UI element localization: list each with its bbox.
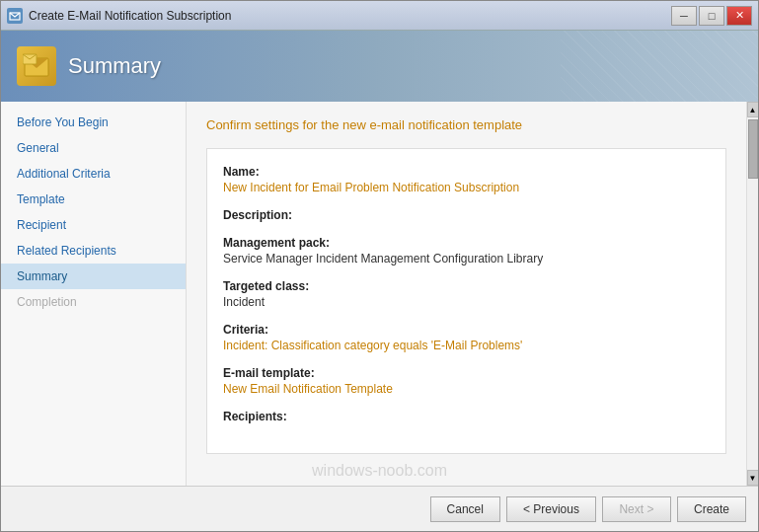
app-icon (7, 8, 23, 24)
summary-panel: Name: New Incident for Email Problem Not… (206, 148, 726, 454)
field-mgmt-pack-label: Management pack: (223, 236, 710, 250)
field-email-template: E-mail template: New Email Notification … (223, 366, 710, 396)
content-with-scrollbar: Confirm settings for the new e-mail noti… (187, 102, 758, 486)
title-buttons: ─ □ ✕ (671, 6, 752, 26)
field-email-template-label: E-mail template: (223, 366, 710, 380)
field-description-label: Description: (223, 208, 710, 222)
field-name-value: New Incident for Email Problem Notificat… (223, 181, 710, 194)
field-targeted-class: Targeted class: Incident (223, 279, 710, 309)
field-recipients: Recipients: (223, 410, 710, 423)
field-description: Description: (223, 208, 710, 222)
content-scroll[interactable]: Confirm settings for the new e-mail noti… (187, 102, 746, 486)
sidebar-item-before-you-begin[interactable]: Before You Begin (1, 110, 186, 135)
minimize-button[interactable]: ─ (671, 6, 697, 26)
maximize-button[interactable]: □ (699, 6, 724, 26)
cancel-button[interactable]: Cancel (430, 496, 500, 522)
field-criteria-label: Criteria: (223, 323, 710, 337)
field-criteria-value: Incident: Classification category equals… (223, 339, 710, 352)
field-name: Name: New Incident for Email Problem Not… (223, 165, 710, 194)
field-mgmt-pack: Management pack: Service Manager Inciden… (223, 236, 710, 266)
field-criteria: Criteria: Incident: Classification categ… (223, 323, 710, 352)
scrollbar-up-button[interactable]: ▲ (747, 102, 759, 117)
header-banner: Summary (1, 31, 758, 102)
previous-button[interactable]: < Previous (506, 496, 596, 522)
sidebar-item-template[interactable]: Template (1, 187, 186, 212)
main-content: Before You Begin General Additional Crit… (1, 102, 758, 486)
field-recipients-label: Recipients: (223, 410, 710, 423)
next-button[interactable]: Next > (602, 496, 671, 522)
title-bar: Create E-Mail Notification Subscription … (1, 1, 758, 31)
sidebar-item-general[interactable]: General (1, 135, 186, 161)
create-button[interactable]: Create (677, 496, 746, 522)
sidebar-item-additional-criteria[interactable]: Additional Criteria (1, 161, 186, 187)
sidebar: Before You Begin General Additional Crit… (1, 102, 187, 486)
sidebar-item-related-recipients[interactable]: Related Recipients (1, 238, 186, 264)
title-bar-left: Create E-Mail Notification Subscription (7, 8, 231, 24)
header-title: Summary (68, 53, 161, 79)
footer-wrapper: windows-noob.com Cancel < Previous Next … (1, 486, 758, 531)
field-email-template-value: New Email Notification Template (223, 382, 710, 396)
sidebar-item-completion: Completion (1, 289, 186, 315)
scrollbar-track[interactable]: ▲ ▼ (746, 102, 758, 486)
scrollbar-thumb[interactable] (748, 119, 758, 179)
scrollbar-down-button[interactable]: ▼ (747, 470, 759, 486)
field-targeted-class-value: Incident (223, 295, 710, 309)
field-mgmt-pack-value: Service Manager Incident Management Conf… (223, 252, 710, 266)
window-title: Create E-Mail Notification Subscription (29, 9, 231, 23)
sidebar-item-summary[interactable]: Summary (1, 264, 186, 289)
field-name-label: Name: (223, 165, 710, 179)
close-button[interactable]: ✕ (726, 6, 752, 26)
field-targeted-class-label: Targeted class: (223, 279, 710, 293)
confirm-header: Confirm settings for the new e-mail noti… (206, 117, 726, 132)
header-icon (17, 46, 56, 86)
sidebar-item-recipient[interactable]: Recipient (1, 212, 186, 238)
main-window: Create E-Mail Notification Subscription … (0, 0, 759, 532)
footer: Cancel < Previous Next > Create (1, 486, 758, 531)
